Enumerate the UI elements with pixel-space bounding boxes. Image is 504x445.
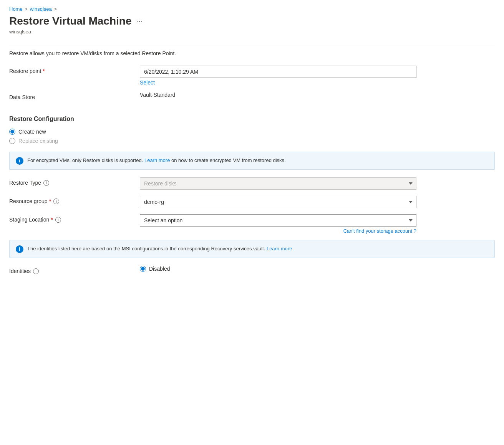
data-store-label: Data Store: [9, 92, 140, 100]
replace-existing-radio[interactable]: [9, 138, 15, 144]
resource-group-control: demo-rg: [140, 196, 416, 208]
restore-type-label: Restore Type i: [9, 177, 140, 186]
restore-configuration-title: Restore Configuration: [9, 116, 495, 122]
info-icon-1: i: [16, 157, 23, 165]
restore-type-dropdown[interactable]: Restore disks: [140, 177, 416, 190]
breadcrumb-separator-1: >: [25, 7, 28, 12]
staging-location-dropdown[interactable]: Select an option: [140, 214, 416, 227]
staging-location-row: Staging Location * i Select an option Ca…: [9, 214, 495, 234]
resource-group-row: Resource group * i demo-rg: [9, 196, 495, 208]
select-restore-point-link[interactable]: Select: [140, 79, 416, 86]
encrypted-vm-info-text: For encrypted VMs, only Restore disks is…: [27, 157, 286, 164]
header-divider: [9, 44, 495, 44]
staging-location-info-icon: i: [55, 217, 61, 223]
cant-find-storage-link[interactable]: Can't find your storage account ?: [140, 228, 416, 234]
breadcrumb-vm[interactable]: winsqlsea: [30, 6, 52, 12]
page-header: Restore Virtual Machine ···: [9, 15, 495, 27]
identities-control: Disabled: [140, 266, 416, 272]
info-icon-2: i: [16, 245, 23, 253]
learn-more-identities-link[interactable]: Learn more.: [267, 246, 293, 251]
breadcrumb: Home > winsqlsea >: [9, 6, 495, 12]
identities-info-banner: i The identities listed here are based o…: [9, 240, 495, 258]
restore-point-control: Select: [140, 66, 416, 86]
restore-type-info-icon: i: [43, 180, 49, 186]
page-subtitle: winsqlsea: [9, 29, 495, 35]
page-description: Restore allows you to restore VM/disks f…: [9, 50, 495, 56]
resource-group-info-icon: i: [53, 199, 59, 204]
data-store-row: Data Store Vault-Standard: [9, 92, 495, 100]
form-section: Restore point * Select Data Store Vault-…: [9, 66, 495, 274]
resource-group-required: *: [49, 198, 51, 204]
identities-info-icon: i: [33, 268, 39, 274]
staging-location-label: Staging Location * i: [9, 214, 140, 223]
identities-info-text: The identities listed here are based on …: [27, 245, 293, 253]
staging-location-dropdown-wrapper: Select an option: [140, 214, 416, 227]
staging-location-control: Select an option Can't find your storage…: [140, 214, 416, 234]
restore-configuration-section: Restore Configuration Create new Replace…: [9, 116, 495, 144]
more-options-icon[interactable]: ···: [136, 17, 143, 25]
resource-group-dropdown[interactable]: demo-rg: [140, 196, 416, 208]
page-title: Restore Virtual Machine: [9, 15, 131, 27]
restore-point-label: Restore point *: [9, 66, 140, 74]
identities-disabled-label: Disabled: [149, 266, 170, 272]
breadcrumb-home[interactable]: Home: [9, 6, 23, 12]
identities-label: Identities i: [9, 266, 140, 274]
restore-type-dropdown-wrapper: Restore disks: [140, 177, 416, 190]
restore-type-control: Restore disks: [140, 177, 416, 190]
staging-location-required: *: [51, 217, 53, 223]
restore-point-row: Restore point * Select: [9, 66, 495, 86]
create-new-radio[interactable]: [9, 129, 15, 135]
create-new-label: Create new: [18, 129, 46, 135]
learn-more-encrypted-link[interactable]: Learn more: [144, 157, 170, 163]
resource-group-label: Resource group * i: [9, 196, 140, 204]
replace-existing-label: Replace existing: [18, 138, 58, 144]
resource-group-dropdown-wrapper: demo-rg: [140, 196, 416, 208]
breadcrumb-separator-2: >: [54, 7, 57, 12]
restore-type-row: Restore Type i Restore disks: [9, 177, 495, 190]
data-store-control: Vault-Standard: [140, 92, 416, 98]
replace-existing-option[interactable]: Replace existing: [9, 138, 495, 144]
create-new-option[interactable]: Create new: [9, 129, 495, 135]
restore-configuration-radio-group: Create new Replace existing: [9, 129, 495, 144]
data-store-value: Vault-Standard: [140, 89, 175, 98]
identities-disabled-radio[interactable]: [140, 266, 146, 272]
restore-point-input[interactable]: [140, 66, 416, 78]
identities-disabled-option[interactable]: Disabled: [140, 266, 416, 272]
identities-row: Identities i Disabled: [9, 266, 495, 274]
encrypted-vm-info-banner: i For encrypted VMs, only Restore disks …: [9, 152, 495, 170]
page-container: Home > winsqlsea > Restore Virtual Machi…: [0, 0, 504, 296]
restore-point-required: *: [43, 68, 45, 74]
